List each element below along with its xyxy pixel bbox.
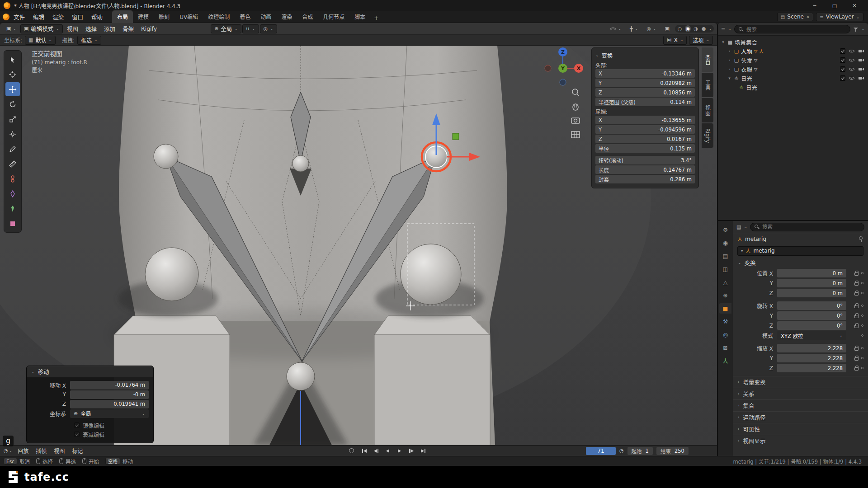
animate-dot-icon[interactable] (861, 272, 863, 274)
joint-sphere[interactable] (292, 155, 309, 172)
mode-dropdown[interactable]: ▣ 编辑模式 ⌄ (20, 24, 63, 33)
head-x-field[interactable]: X-0.13346 m (595, 69, 695, 78)
section-motion-paths[interactable]: ›运动路径 (733, 411, 868, 423)
close-button[interactable]: ✕ (844, 0, 864, 11)
tail-x-field[interactable]: X-0.13655 m (595, 116, 695, 124)
shading-material-icon[interactable]: ◑ (693, 25, 699, 32)
menu-file[interactable]: 文件 (9, 11, 29, 23)
tab-constraints[interactable]: ⊠ (719, 343, 731, 353)
workspace-tab-geometry-nodes[interactable]: 几何节点 (318, 10, 349, 23)
animate-dot-icon[interactable] (861, 305, 863, 307)
exclude-checkbox[interactable] (840, 66, 845, 72)
workspace-tab-rendering[interactable]: 渲染 (276, 10, 297, 23)
move-x-field[interactable]: -0.01764 m (70, 381, 149, 389)
axis-neg-z-ball[interactable] (560, 79, 566, 85)
expand-icon[interactable]: ▾ (720, 40, 726, 44)
head-y-field[interactable]: Y0.020982 m (595, 79, 695, 87)
shading-solid-icon[interactable]: ◉ (685, 25, 691, 32)
lock-icon[interactable] (854, 292, 859, 296)
orientation-dropdown[interactable]: ⊕ 全局 ⌄ (211, 24, 241, 33)
workspace-tab-scripting[interactable]: 脚本 (349, 10, 370, 23)
expand-icon[interactable]: ▾ (726, 76, 733, 80)
caret-down-icon[interactable]: ⌄ (708, 27, 712, 31)
loc-y-field[interactable]: 0 m (777, 279, 846, 287)
menu-render[interactable]: 渲染 (48, 11, 68, 23)
envelope-field[interactable]: 封套0.286 m (595, 175, 695, 183)
options-dropdown[interactable]: 选项 ⌄ (689, 36, 713, 45)
rotation-mode-dropdown[interactable]: XYZ 欧拉 ⌄ (777, 331, 846, 340)
menu-rigify[interactable]: Rigify (138, 24, 160, 33)
menu-view[interactable]: 视图 (50, 446, 68, 455)
animate-dot-icon[interactable] (861, 314, 863, 317)
right-thigh-top-face[interactable] (374, 316, 490, 335)
lock-icon[interactable] (854, 305, 859, 308)
rot-y-field[interactable]: 0° (777, 311, 846, 320)
lock-icon[interactable] (854, 325, 859, 328)
lock-icon[interactable] (854, 272, 859, 276)
menu-playback[interactable]: 回放 (14, 446, 32, 455)
pin-icon[interactable] (858, 236, 863, 242)
tab-world[interactable]: ⊕ (719, 290, 731, 300)
transform-section-header[interactable]: ⌄ 变换 (733, 257, 868, 268)
shading-rendered-icon[interactable]: ● (701, 25, 707, 32)
object-name-field[interactable]: ▾ 人 metarig (737, 246, 863, 256)
workspace-tab-sculpting[interactable]: 雕刻 (154, 10, 175, 23)
expand-icon[interactable]: › (726, 67, 733, 71)
exclude-checkbox[interactable] (840, 57, 845, 63)
lock-icon[interactable] (854, 282, 859, 286)
play-reverse-button[interactable] (382, 447, 393, 455)
workspace-tab-animation[interactable]: 动画 (255, 10, 276, 23)
tool-measure[interactable] (5, 157, 20, 171)
tool-extrude-bone[interactable] (5, 202, 20, 216)
properties-editor-icon[interactable]: ▤ (736, 224, 741, 230)
workspace-tab-modeling[interactable]: 建模 (133, 10, 154, 23)
sidebar-tab-item[interactable]: 条目 (702, 47, 713, 72)
animate-dot-icon[interactable] (861, 282, 863, 284)
sidebar-tab-tool[interactable]: 工具 (702, 73, 713, 97)
loc-z-field[interactable]: 0 m (777, 289, 846, 297)
caret-down-icon[interactable]: ⌄ (861, 27, 865, 31)
workspace-tab-texture-paint[interactable]: 纹理绘制 (203, 10, 235, 23)
scene-unlink-icon[interactable]: ✕ (806, 14, 810, 19)
outliner-row-sun-data[interactable]: ☼ 日光 (718, 83, 868, 92)
outliner-row-character[interactable]: › ▢ 人物 ▽ 人 (718, 47, 868, 56)
caret-down-icon[interactable]: ⌄ (744, 225, 747, 229)
tab-tool[interactable]: ⚙ (719, 225, 731, 235)
tab-physics[interactable]: ◎ (719, 329, 731, 340)
lock-icon[interactable] (854, 357, 859, 361)
xray-toggle[interactable]: ▣ (662, 25, 673, 33)
editor-type-button[interactable]: ▣ ⌄ (3, 25, 19, 33)
sidebar-tab-view[interactable]: 视图 (702, 98, 713, 122)
menu-add[interactable]: 添加 (101, 23, 118, 34)
blender-menu-icon[interactable] (3, 14, 9, 20)
roll-field[interactable]: 扭转(滚动)3.4° (595, 156, 695, 164)
outliner-search[interactable] (734, 25, 851, 33)
viewport-3d[interactable]: Z X Y (0, 46, 717, 445)
object-name[interactable]: 衣服 (741, 65, 752, 74)
render-visibility-icon[interactable] (858, 66, 864, 72)
properties-search[interactable] (750, 223, 864, 231)
tool-move[interactable] (5, 82, 20, 96)
outliner-search-input[interactable] (746, 26, 847, 33)
timeline-editor-icon[interactable]: ◔ (4, 448, 8, 454)
workspace-tab-uv[interactable]: UV编辑 (175, 10, 203, 23)
filter-icon[interactable] (853, 27, 859, 32)
outliner-row-sun[interactable]: ▾ ☼ 日光 (718, 74, 868, 83)
play-button[interactable] (394, 447, 405, 455)
orientation-dropdown[interactable]: ⊕ 全局 ⌄ (70, 409, 149, 418)
drag-dropdown[interactable]: 框选 ⌄ (77, 36, 101, 45)
workspace-tab-compositing[interactable]: 合成 (297, 10, 318, 23)
tab-render[interactable]: ◉ (719, 238, 731, 248)
workspace-tab-shading[interactable]: 着色 (235, 10, 255, 23)
visibility-dropdown[interactable]: ⌄ (607, 25, 625, 33)
section-visibility[interactable]: ›可见性 (733, 423, 868, 435)
scale-y-field[interactable]: 2.228 (777, 354, 846, 362)
checkbox-icon[interactable] (74, 432, 80, 437)
render-visibility-icon[interactable] (858, 48, 864, 54)
add-workspace-button[interactable]: + (370, 13, 382, 23)
viewlayer-caret[interactable]: ⌄ (856, 14, 860, 19)
menu-marker[interactable]: 标记 (68, 446, 86, 455)
menu-keying[interactable]: 插帧 (32, 446, 50, 455)
section-relations[interactable]: ›关系 (733, 388, 868, 399)
loc-x-field[interactable]: 0 m (777, 269, 846, 277)
